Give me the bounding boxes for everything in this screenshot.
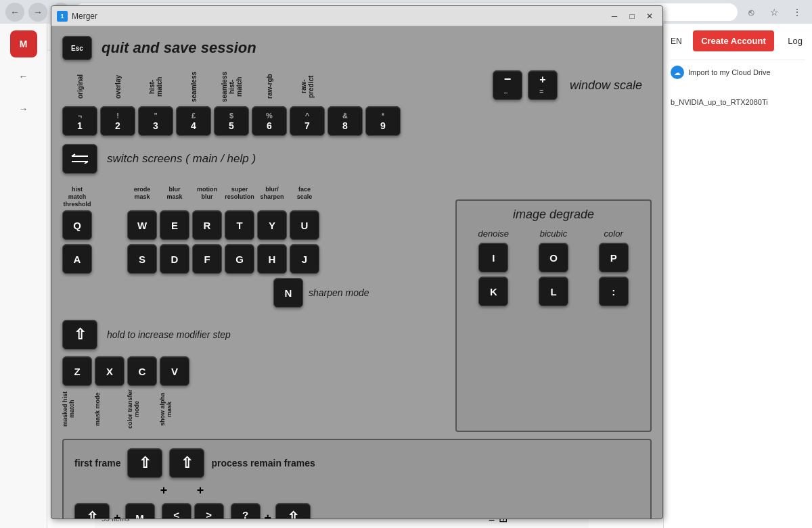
key-q[interactable]: Q (62, 210, 92, 240)
quit-label: quit and save session (102, 39, 256, 57)
key-shift-combo[interactable]: ⇧ (74, 503, 110, 519)
key-f[interactable]: F (192, 244, 222, 274)
num-label-overlay: overlay (114, 70, 122, 103)
n-sharpen-row: N sharpen mode (62, 278, 445, 308)
window-scale-section: −− += window scale (493, 70, 642, 100)
frame-combo-right: ? / + ⇧ override cfg to next frame overr… (231, 503, 311, 519)
label-erode-mask: erodemask (127, 186, 157, 208)
degrade-row2: K L : (464, 277, 644, 306)
browser-sidebar: M ← → (0, 24, 47, 528)
key-p[interactable]: P (599, 243, 629, 272)
key-k[interactable]: K (478, 277, 508, 306)
key-u[interactable]: U (290, 210, 319, 240)
first-frame-label: first frame (74, 458, 120, 469)
right-panel-header: EN Create Account Log (671, 30, 805, 51)
mega-icon[interactable]: M (10, 30, 37, 57)
forward-button[interactable]: → (28, 3, 47, 22)
key-m[interactable]: M (125, 503, 155, 519)
frame-nav-section: < , > . prev frame next frame (162, 503, 224, 519)
share-icon[interactable]: ⎋ (742, 3, 761, 22)
key-e[interactable]: E (160, 210, 189, 240)
key-h[interactable]: H (257, 244, 287, 274)
zxcv-section: Z X C V masked hist match mask mode colo… (62, 356, 445, 429)
label-show-alpha: show alpha mask (160, 389, 189, 429)
num-label-seamless-hist: seamless hist-match (221, 70, 243, 103)
sidebar-nav-forward[interactable]: → (10, 95, 37, 122)
label-color-transfer: color transfer mode (127, 389, 157, 429)
import-icon: ☁ (671, 66, 684, 79)
create-account-button[interactable]: Create Account (693, 30, 774, 51)
import-bar: ☁ Import to my Cloud Drive (671, 59, 805, 85)
key-o[interactable]: O (539, 243, 568, 272)
key-backtick[interactable]: ¬ 1 (62, 106, 97, 136)
process-remain-label: process remain frames (211, 458, 315, 469)
login-button[interactable]: Log (785, 30, 805, 51)
esc-key[interactable]: Esc (62, 36, 92, 60)
key-v[interactable]: V (160, 356, 189, 386)
key-next-frame[interactable]: > . (194, 503, 224, 519)
prev-next-keys: < , > . (162, 503, 224, 519)
window-scale-label: window scale (570, 78, 642, 93)
key-shift-process[interactable]: ⇧ (169, 448, 204, 478)
browser-actions: ⎋ ☆ ⋮ (742, 3, 807, 22)
key-6[interactable]: ^ 7 (290, 106, 325, 136)
key-equals[interactable]: += (528, 70, 558, 100)
frame-combos-row: ⇧ + M override cfg up to the first frame… (74, 503, 639, 519)
key-question[interactable]: ? / (231, 503, 261, 519)
label-motion-blur: motionblur (192, 186, 222, 208)
merger-window: 1 Merger ─ □ ✕ Esc quit and save session… (51, 5, 663, 519)
key-shift-right-combo[interactable]: ⇧ (275, 503, 311, 519)
key-2[interactable]: " 3 (138, 106, 173, 136)
minimize-button[interactable]: ─ (607, 9, 622, 24)
key-t[interactable]: T (225, 210, 254, 240)
dropdown-icon[interactable]: ⋮ (788, 3, 807, 22)
switch-key[interactable] (62, 144, 97, 174)
language-selector[interactable]: EN (671, 37, 682, 46)
shift-m-combo: ⇧ + M (74, 503, 155, 519)
key-7[interactable]: & 8 (328, 106, 363, 136)
frame-controls-box: first frame ⇧ ⇧ process remain frames + … (62, 439, 652, 519)
key-minus[interactable]: −− (493, 70, 522, 100)
key-1[interactable]: ! 2 (100, 106, 135, 136)
maximize-button[interactable]: □ (625, 9, 639, 24)
key-d[interactable]: D (160, 244, 189, 274)
key-a[interactable]: A (62, 244, 92, 274)
key-r[interactable]: R (192, 210, 222, 240)
key-8[interactable]: * 9 (365, 106, 401, 136)
key-s[interactable]: S (127, 244, 157, 274)
key-shift-first[interactable]: ⇧ (127, 448, 162, 478)
window-titlebar: 1 Merger ─ □ ✕ (51, 6, 662, 26)
num-label-col: overlay (100, 70, 135, 103)
q-row: Q W E R T Y U (62, 210, 445, 240)
a-row: A S D F G H J (62, 244, 445, 274)
key-g[interactable]: G (225, 244, 254, 274)
key-n[interactable]: N (273, 278, 303, 308)
key-5[interactable]: % 6 (252, 106, 287, 136)
frame-combo-left: ⇧ + M override cfg up to the first frame… (74, 503, 155, 519)
num-label-col: hist-match (138, 70, 173, 103)
key-x[interactable]: X (95, 356, 125, 386)
shift-key[interactable]: ⇧ (62, 320, 97, 350)
key-y[interactable]: Y (257, 210, 287, 240)
key-c[interactable]: C (127, 356, 157, 386)
key-w[interactable]: W (127, 210, 157, 240)
label-super-res: superresolution (225, 186, 254, 208)
num-label-raw-predict: raw-predict (300, 70, 315, 103)
bookmark-icon[interactable]: ☆ (765, 3, 784, 22)
key-i[interactable]: I (478, 243, 508, 272)
close-button[interactable]: ✕ (642, 9, 657, 24)
window-icon: 1 (57, 11, 68, 22)
key-4[interactable]: $ 5 (214, 106, 249, 136)
num-label-seamless: seamless (190, 70, 198, 103)
switch-label: switch screens ( main / help ) (107, 152, 256, 166)
key-z[interactable]: Z (62, 356, 92, 386)
key-3[interactable]: £ 4 (176, 106, 211, 136)
sidebar-nav-back[interactable]: ← (10, 63, 37, 90)
back-button[interactable]: ← (5, 3, 24, 22)
key-prev-frame[interactable]: < , (162, 503, 191, 519)
key-l[interactable]: L (539, 277, 568, 306)
main-layout: hist matchthreshold erodemask blurmask m… (62, 186, 652, 432)
degrade-label-denoise: denoise (470, 229, 517, 239)
key-colon[interactable]: : (599, 277, 629, 306)
key-j[interactable]: J (290, 244, 319, 274)
